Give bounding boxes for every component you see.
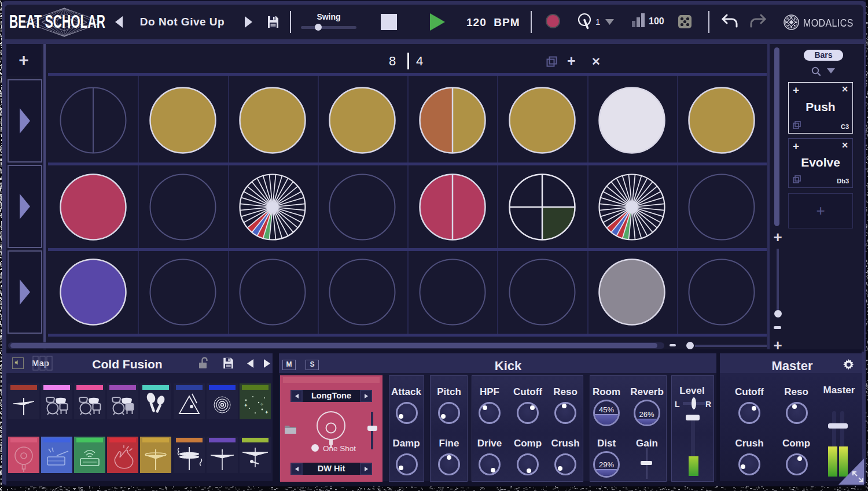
svg-text:✦: ✦ <box>264 409 269 415</box>
svg-text:BEAT SCHOLAR: BEAT SCHOLAR <box>9 12 105 32</box>
svg-text:✧: ✧ <box>260 402 264 407</box>
svg-text:✦: ✦ <box>244 403 248 408</box>
